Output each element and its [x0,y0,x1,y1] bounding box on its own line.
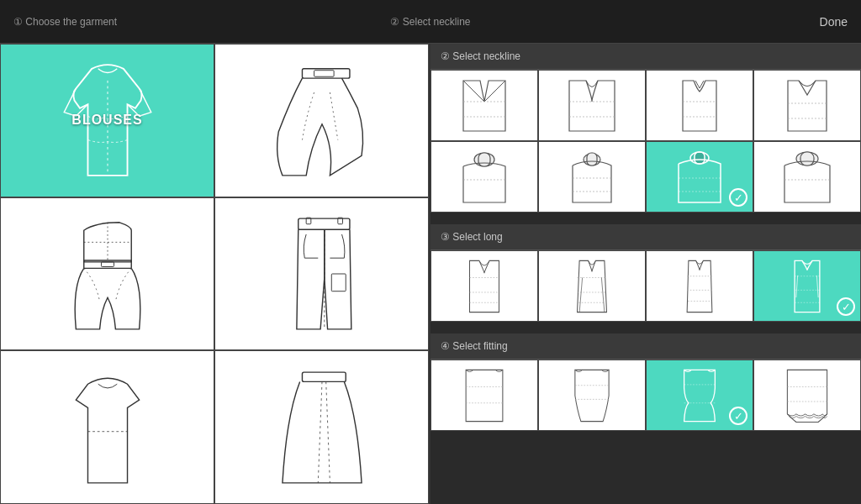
garment-skirt1[interactable] [214,44,429,197]
svg-rect-29 [587,153,597,165]
garment-panel: BLOUSES [0,44,430,504]
long-option-4[interactable]: ✓ [753,250,861,322]
svg-rect-26 [478,153,490,166]
garment-blouses[interactable]: BLOUSES [0,44,214,197]
svg-rect-12 [302,372,346,381]
options-panel: ② Select neckline [430,44,861,504]
spacer-1 [430,213,861,224]
svg-line-46 [601,277,605,312]
svg-rect-9 [331,274,346,291]
neckline-grid: ✓ [430,70,861,213]
svg-line-13 [318,381,322,482]
svg-line-53 [796,275,798,297]
fitting-option-1[interactable] [430,360,538,431]
svg-rect-4 [101,262,114,267]
neckline-header-text: ② Select neckline [441,50,520,62]
long-header-text: ③ Select long [441,231,503,243]
garment-item6[interactable] [214,350,429,504]
garment-item5[interactable] [0,350,214,504]
fitting-option-4[interactable] [753,360,861,431]
fitting-header: ④ Select fitting [430,333,861,360]
svg-rect-37 [800,152,814,165]
top-bar: ① Choose the garment ② Select neckline D… [0,0,861,44]
selected-check-neckline7: ✓ [729,188,747,207]
long-option-1[interactable] [430,250,538,322]
neckline-option-4[interactable] [753,70,861,141]
svg-rect-33 [695,152,705,164]
fitting-header-text: ④ Select fitting [441,340,508,352]
long-header: ③ Select long [430,224,861,250]
neckline-option-1[interactable] [430,70,538,141]
neckline-option-7[interactable]: ✓ [646,141,753,213]
spacer-2 [430,322,861,333]
garment-pants1[interactable] [214,197,429,351]
neckline-option-8[interactable] [753,141,861,213]
long-option-3[interactable] [646,250,753,322]
neckline-header: ② Select neckline [430,44,861,70]
neckline-option-5[interactable] [430,141,538,213]
svg-line-54 [816,275,818,297]
neckline-option-2[interactable] [538,70,646,141]
done-button[interactable]: Done [820,15,848,29]
neckline-option-6[interactable] [538,141,646,213]
garment-dress1[interactable] [0,197,214,351]
long-option-2[interactable] [538,250,646,322]
blouses-label: BLOUSES [71,113,142,128]
long-grid: ✓ [430,250,861,322]
fitting-grid: ✓ [430,360,861,431]
selected-check-long4: ✓ [837,297,855,316]
step1-text: ① Choose the garment [13,16,117,28]
svg-line-14 [325,381,330,482]
step1-label: ① Choose the garment [13,15,292,28]
step2-text: ② Select neckline [390,16,470,28]
svg-rect-2 [314,71,334,77]
step2-label: ② Select neckline [292,15,570,28]
spacer-3 [430,431,861,443]
fitting-option-2[interactable] [538,360,646,431]
fitting-option-3[interactable]: ✓ [646,360,753,431]
main-content: BLOUSES [0,44,861,504]
neckline-option-3[interactable] [646,70,753,141]
selected-check-fitting3: ✓ [729,407,747,425]
done-area: Done [569,14,848,29]
svg-line-45 [579,277,583,312]
